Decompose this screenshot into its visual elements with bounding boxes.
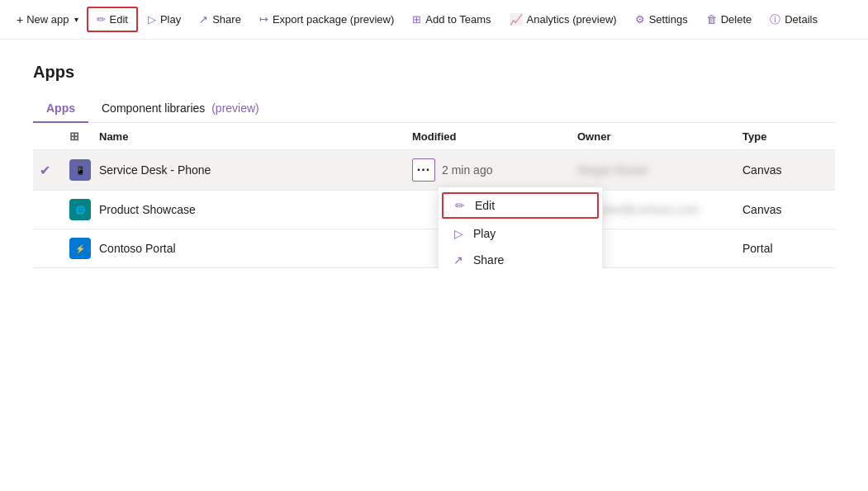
add-to-teams-label: Add to Teams bbox=[425, 13, 491, 26]
details-icon: ⓘ bbox=[770, 12, 780, 27]
play-icon: ▷ bbox=[148, 13, 156, 26]
table-row[interactable]: ✔ 📱 Service Desk - Phone ··· 2 min ago M… bbox=[33, 150, 835, 191]
share-button[interactable]: ↗ Share bbox=[191, 8, 249, 31]
menu-share-icon: ↗ bbox=[452, 253, 465, 267]
row3-type: Portal bbox=[736, 234, 835, 263]
filter-icon[interactable]: ⊞ bbox=[69, 130, 79, 143]
play-label: Play bbox=[160, 13, 181, 26]
header-modified: Modified bbox=[406, 130, 571, 143]
row1-check: ✔ bbox=[33, 154, 63, 186]
edit-button[interactable]: ✏ Edit bbox=[87, 7, 138, 32]
row3-check bbox=[33, 240, 63, 257]
row2-type: Canvas bbox=[736, 195, 835, 224]
row1-type: Canvas bbox=[736, 155, 835, 185]
settings-icon: ⚙ bbox=[635, 13, 645, 26]
edit-label: Edit bbox=[110, 13, 128, 26]
app-icon-service-desk: 📱 bbox=[69, 159, 91, 181]
row1-owner: Megan Bower bbox=[571, 155, 736, 185]
app-icon-product-showcase: 🌐 bbox=[69, 199, 91, 220]
row1-name: Service Desk - Phone bbox=[92, 155, 406, 185]
more-options-button[interactable]: ··· bbox=[412, 158, 435, 182]
settings-label: Settings bbox=[649, 13, 688, 26]
analytics-button[interactable]: 📈 Analytics (preview) bbox=[501, 8, 625, 31]
toolbar: + New app ▾ ✏ Edit ▷ Play ↗ Share ↦ Expo… bbox=[0, 0, 868, 40]
apps-table: ⊞ Name Modified Owner Type ✔ 📱 bbox=[33, 123, 835, 268]
export-icon: ↦ bbox=[259, 13, 268, 26]
header-icon-col: ⊞ bbox=[63, 130, 92, 143]
table-row[interactable]: ⚡ Contoso Portal Portal bbox=[33, 229, 835, 268]
table-header: ⊞ Name Modified Owner Type bbox=[33, 123, 835, 150]
tab-component-libraries[interactable]: Component libraries (preview) bbox=[88, 95, 273, 123]
context-menu: ✏ Edit ▷ Play ↗ Share ↦ Export package (… bbox=[438, 186, 603, 268]
preview-badge: (preview) bbox=[211, 102, 259, 115]
menu-play-icon: ▷ bbox=[452, 227, 465, 240]
delete-button[interactable]: 🗑 Delete bbox=[698, 8, 761, 31]
row2-name: Product Showcase bbox=[92, 195, 406, 224]
menu-edit-icon: ✏ bbox=[453, 199, 467, 212]
row3-icon-col: ⚡ bbox=[63, 229, 92, 267]
chevron-down-icon: ▾ bbox=[74, 15, 78, 24]
share-icon: ↗ bbox=[199, 13, 208, 26]
table-row[interactable]: 🌐 Product Showcase john.doe@contoso.com … bbox=[33, 191, 835, 229]
menu-item-edit[interactable]: ✏ Edit bbox=[442, 192, 599, 219]
row3-name: Contoso Portal bbox=[92, 234, 406, 263]
export-label: Export package (preview) bbox=[273, 13, 394, 26]
header-type: Type bbox=[736, 130, 835, 143]
page-title: Apps bbox=[33, 63, 835, 82]
menu-item-play[interactable]: ▷ Play bbox=[439, 220, 602, 247]
delete-label: Delete bbox=[721, 13, 752, 26]
add-to-teams-button[interactable]: ⊞ Add to Teams bbox=[404, 8, 499, 31]
row2-check bbox=[33, 201, 63, 218]
app-icon-contoso-portal: ⚡ bbox=[69, 238, 91, 259]
details-label: Details bbox=[785, 13, 818, 26]
plus-icon: + bbox=[17, 13, 23, 26]
analytics-label: Analytics (preview) bbox=[527, 13, 617, 26]
tabs-bar: Apps Component libraries (preview) bbox=[33, 95, 835, 123]
delete-icon: 🗑 bbox=[706, 13, 717, 26]
row1-modified: ··· 2 min ago bbox=[406, 150, 571, 190]
export-button[interactable]: ↦ Export package (preview) bbox=[251, 8, 402, 31]
new-app-button[interactable]: + New app ▾ bbox=[10, 8, 85, 31]
edit-icon: ✏ bbox=[97, 13, 106, 26]
main-content: Apps Apps Component libraries (preview) … bbox=[0, 40, 868, 268]
share-label: Share bbox=[212, 13, 241, 26]
row2-icon-col: 🌐 bbox=[63, 191, 92, 229]
menu-item-share[interactable]: ↗ Share bbox=[439, 247, 602, 268]
header-name: Name bbox=[92, 130, 406, 143]
play-button[interactable]: ▷ Play bbox=[140, 8, 189, 31]
analytics-icon: 📈 bbox=[510, 13, 523, 26]
row1-icon-col: 📱 bbox=[63, 151, 92, 189]
details-button[interactable]: ⓘ Details bbox=[761, 7, 826, 32]
teams-icon: ⊞ bbox=[412, 13, 421, 26]
new-app-label: New app bbox=[26, 13, 69, 26]
header-owner: Owner bbox=[571, 130, 736, 143]
settings-button[interactable]: ⚙ Settings bbox=[627, 8, 696, 31]
tab-apps[interactable]: Apps bbox=[33, 95, 88, 123]
